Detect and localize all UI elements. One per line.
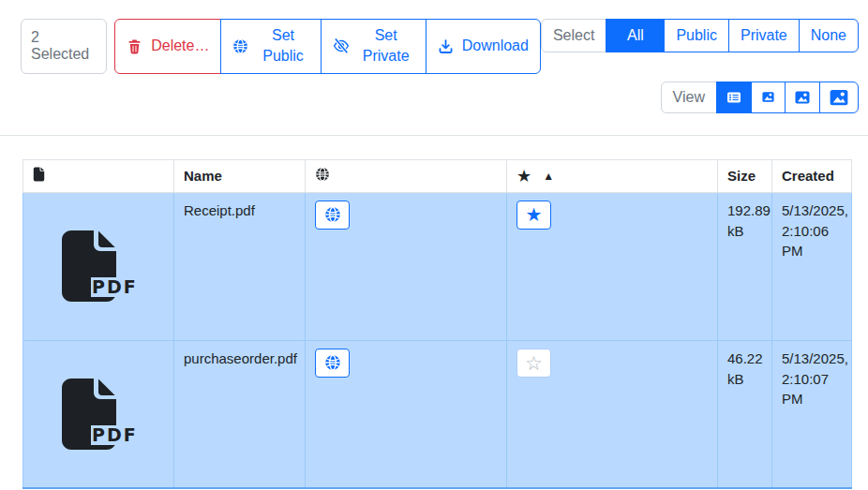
view-medium-images-button[interactable] bbox=[785, 82, 820, 113]
pdf-file-icon: PDF bbox=[58, 228, 139, 304]
selected-count-label: 2 Selected bbox=[21, 19, 107, 74]
star-filled-icon: ★ bbox=[526, 205, 543, 224]
download-button[interactable]: Download bbox=[426, 19, 541, 74]
set-private-button-label: Set Private bbox=[358, 25, 414, 67]
toggle-star-button[interactable]: ☆ bbox=[516, 349, 551, 378]
select-all-button[interactable]: All bbox=[606, 19, 665, 52]
file-icon bbox=[33, 167, 45, 182]
view-small-images-button[interactable] bbox=[751, 82, 786, 113]
file-type-cell: PDF bbox=[23, 192, 174, 340]
star-icon: ★ bbox=[516, 167, 531, 186]
public-cell bbox=[306, 192, 507, 340]
pdf-file-icon: PDF bbox=[58, 376, 139, 453]
set-public-button[interactable]: Set Public bbox=[220, 19, 321, 74]
select-filter-group: Select All Public Private None bbox=[541, 19, 859, 52]
set-private-button[interactable]: Set Private bbox=[321, 19, 427, 74]
files-table: Name ★ ▲ Size Created bbox=[22, 159, 852, 490]
table-header-row: Name ★ ▲ Size Created bbox=[23, 159, 852, 192]
view-toolbar: View bbox=[0, 74, 868, 113]
delete-button-label: Delete… bbox=[151, 36, 209, 56]
file-type-label: PDF bbox=[91, 425, 139, 445]
view-switch-group: View bbox=[661, 82, 859, 113]
created-cell: 5/13/2025, 2:10:06 PM bbox=[772, 192, 852, 340]
column-header-public[interactable] bbox=[306, 159, 507, 192]
column-header-file[interactable] bbox=[23, 159, 174, 192]
size-cell: 192.89 kB bbox=[718, 192, 772, 340]
selection-action-group: Delete… Set Public bbox=[114, 19, 541, 74]
globe-icon bbox=[232, 38, 248, 54]
column-header-created[interactable]: Created bbox=[772, 159, 852, 192]
download-icon bbox=[438, 38, 454, 54]
toggle-public-button[interactable] bbox=[315, 200, 350, 230]
view-list-button[interactable] bbox=[716, 82, 752, 113]
toggle-public-button[interactable] bbox=[315, 349, 350, 378]
file-type-cell: PDF bbox=[23, 340, 174, 488]
delete-button[interactable]: Delete… bbox=[114, 19, 221, 74]
public-cell bbox=[306, 340, 507, 488]
image-icon bbox=[795, 90, 810, 105]
file-type-label: PDF bbox=[91, 277, 139, 297]
star-outline-icon: ☆ bbox=[525, 353, 543, 373]
select-private-button[interactable]: Private bbox=[728, 19, 800, 52]
divider bbox=[0, 135, 868, 136]
size-cell: 46.22 kB bbox=[718, 340, 772, 488]
sort-ascending-icon: ▲ bbox=[543, 170, 554, 183]
top-toolbar: 2 Selected Delete… bbox=[0, 0, 868, 74]
download-button-label: Download bbox=[462, 36, 529, 56]
selection-actions: 2 Selected Delete… bbox=[21, 19, 541, 74]
table-row[interactable]: PDF purchaseorder.pdf bbox=[23, 340, 852, 488]
created-cell: 5/13/2025, 2:10:07 PM bbox=[772, 340, 852, 488]
globe-icon bbox=[315, 167, 330, 182]
starred-cell: ★ bbox=[507, 192, 718, 340]
set-public-button-label: Set Public bbox=[257, 25, 308, 67]
eye-slash-icon bbox=[333, 37, 350, 54]
trash-icon bbox=[127, 38, 142, 54]
column-header-size[interactable]: Size bbox=[718, 159, 772, 192]
globe-icon bbox=[324, 206, 341, 223]
table-row[interactable]: PDF Receipt.pdf bbox=[23, 192, 852, 340]
view-group-label: View bbox=[661, 82, 717, 113]
column-header-name[interactable]: Name bbox=[174, 159, 306, 192]
card-list-icon bbox=[726, 90, 741, 105]
globe-icon bbox=[324, 354, 341, 371]
image-icon bbox=[762, 91, 774, 103]
toggle-star-button[interactable]: ★ bbox=[516, 200, 551, 230]
view-large-images-button[interactable] bbox=[819, 82, 859, 113]
select-none-button[interactable]: None bbox=[799, 19, 859, 52]
column-header-starred[interactable]: ★ ▲ bbox=[507, 159, 718, 192]
file-name-cell: Receipt.pdf bbox=[174, 192, 306, 340]
starred-cell: ☆ bbox=[507, 340, 718, 488]
select-group-label: Select bbox=[541, 19, 606, 52]
image-icon bbox=[830, 88, 848, 107]
file-name-cell: purchaseorder.pdf bbox=[174, 340, 306, 488]
select-public-button[interactable]: Public bbox=[664, 19, 729, 52]
